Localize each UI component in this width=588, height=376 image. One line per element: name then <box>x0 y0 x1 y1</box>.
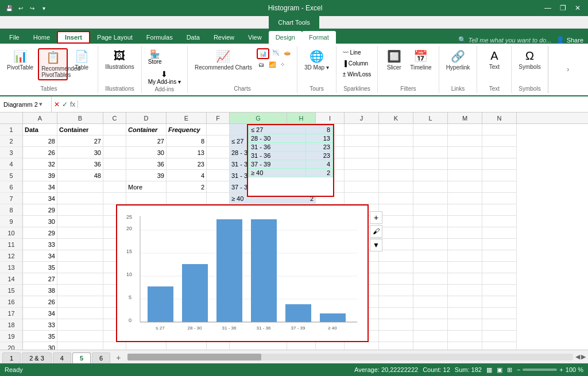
histogram-chart[interactable]: 0 5 10 15 20 25 <box>116 204 369 342</box>
cell-h7t[interactable]: 2 <box>306 169 333 177</box>
tab-pagelayout[interactable]: Page Layout <box>90 31 140 44</box>
cell-e6[interactable]: 2 <box>167 181 207 193</box>
ribbon-scroll-right[interactable]: › <box>548 46 588 93</box>
pivottable-button[interactable]: 📊 PivotTable <box>5 48 36 72</box>
sparkline-column-button[interactable]: ▐ Column <box>341 59 370 68</box>
row-num-14[interactable]: 14 <box>0 273 22 285</box>
tab-format[interactable]: Format <box>302 31 336 44</box>
cell-g6t[interactable]: 37 - 39 <box>249 160 306 169</box>
cell-a3[interactable]: 26 <box>23 147 57 158</box>
row-num-10[interactable]: 10 <box>0 227 22 239</box>
zoom-slider[interactable] <box>523 369 557 371</box>
row-num-5[interactable]: 5 <box>0 170 22 181</box>
cell-k1[interactable] <box>379 124 413 135</box>
col-header-b[interactable]: B <box>57 113 103 123</box>
col-header-n[interactable]: N <box>482 113 517 123</box>
cell-m2[interactable] <box>448 135 482 147</box>
row-num-11[interactable]: 11 <box>0 239 22 250</box>
col-header-f[interactable]: F <box>207 113 230 123</box>
undo-icon[interactable]: ↩ <box>16 3 25 13</box>
scrollbar-thumb[interactable] <box>127 354 261 361</box>
horizontal-scrollbar[interactable] <box>127 354 573 361</box>
cell-b4[interactable]: 36 <box>57 158 103 170</box>
cell-d6[interactable]: More <box>126 181 167 193</box>
tab-design[interactable]: Design <box>269 31 302 44</box>
zoom-in-button[interactable]: + <box>559 366 563 373</box>
sparkline-winloss-button[interactable]: ± Win/Loss <box>341 70 373 79</box>
cell-n1[interactable] <box>482 124 517 135</box>
cell-g4t[interactable]: 31 - 36 <box>249 143 306 152</box>
store-button[interactable]: 🏪 Store <box>146 48 164 66</box>
scatter-chart-button[interactable]: ⁘ <box>278 60 287 69</box>
cell-a2[interactable]: 28 <box>23 135 57 147</box>
line-chart-button[interactable]: 📉 <box>270 48 281 59</box>
table-button[interactable]: 📄 Table <box>70 48 93 72</box>
col-header-j[interactable]: J <box>345 113 379 123</box>
row-num-13[interactable]: 13 <box>0 262 22 273</box>
cell-a7[interactable]: 34 <box>23 193 57 204</box>
tab-file[interactable]: File <box>2 31 26 44</box>
cell-k2[interactable] <box>379 135 413 147</box>
col-header-c[interactable]: C <box>103 113 126 123</box>
symbols-button[interactable]: Ω Symbols <box>516 48 543 71</box>
tell-me-box[interactable]: Tell me what you want to do... <box>469 37 552 44</box>
cell-h6t[interactable]: 4 <box>306 160 333 169</box>
recommended-pivottables-button[interactable]: 📋 Recommended PivotTables <box>38 48 68 80</box>
text-button[interactable]: A Text <box>483 48 506 71</box>
timeline-button[interactable]: 📅 Timeline <box>408 48 434 72</box>
scroll-right-icon[interactable]: ▶ <box>581 353 586 361</box>
col-header-a[interactable]: A <box>23 113 57 123</box>
cell-j1[interactable] <box>345 124 379 135</box>
cell-b2[interactable]: 27 <box>57 135 103 147</box>
tab-data[interactable]: Data <box>180 31 207 44</box>
sheet-tab-1[interactable]: 1 <box>2 352 21 363</box>
row-num-17[interactable]: 17 <box>0 308 22 319</box>
col-header-d[interactable]: D <box>126 113 167 123</box>
col-header-e[interactable]: E <box>167 113 207 123</box>
col-header-k[interactable]: K <box>379 113 413 123</box>
chart-styles-button[interactable]: 🖌 <box>370 225 382 238</box>
insert-function-icon[interactable]: fx <box>70 100 75 108</box>
cell-c1[interactable] <box>103 124 126 135</box>
cell-e4[interactable]: 23 <box>167 158 207 170</box>
minimize-button[interactable]: — <box>542 2 554 14</box>
cell-a4[interactable]: 32 <box>23 158 57 170</box>
cell-d2[interactable]: 27 <box>126 135 167 147</box>
sparkline-line-button[interactable]: 〰 Line <box>341 48 363 57</box>
cell-f2[interactable] <box>207 135 230 147</box>
cell-g3t[interactable]: 28 - 30 <box>249 134 306 143</box>
cancel-formula-icon[interactable]: ✕ <box>54 100 60 108</box>
row-num-12[interactable]: 12 <box>0 250 22 262</box>
sheet-tab-6[interactable]: 6 <box>92 352 110 363</box>
cell-g2t[interactable]: ≤ 27 <box>249 126 306 134</box>
3dmap-button[interactable]: 🌐 3D Map ▾ <box>302 48 331 72</box>
cell-h2t[interactable]: 8 <box>306 126 333 134</box>
cell-m1[interactable] <box>448 124 482 135</box>
cell-h4t[interactable]: 23 <box>306 143 333 152</box>
statistical-chart-button[interactable]: 📶 <box>267 60 277 69</box>
zoom-out-button[interactable]: − <box>517 366 520 373</box>
cell-c2[interactable] <box>103 135 126 147</box>
tab-formulas[interactable]: Formulas <box>140 31 180 44</box>
tab-review[interactable]: Review <box>207 31 241 44</box>
cell-a6[interactable]: 34 <box>23 181 57 193</box>
cell-h5t[interactable]: 23 <box>306 152 333 160</box>
tab-home[interactable]: Home <box>26 31 57 44</box>
row-num-15[interactable]: 15 <box>0 285 22 296</box>
view-page-break-icon[interactable]: ⊞ <box>507 366 512 374</box>
cell-d3[interactable]: 30 <box>126 147 167 158</box>
view-normal-icon[interactable]: ▦ <box>486 366 492 374</box>
cell-b1[interactable]: Container <box>57 124 103 135</box>
row-num-9[interactable]: 9 <box>0 216 22 227</box>
sheet-tab-4[interactable]: 4 <box>53 352 71 363</box>
cell-h3t[interactable]: 13 <box>306 134 333 143</box>
cell-f1[interactable] <box>207 124 230 135</box>
cell-g7t[interactable]: ≥ 40 <box>249 169 306 177</box>
col-header-i[interactable]: I <box>316 113 345 123</box>
slicer-button[interactable]: 🔲 Slicer <box>382 48 405 72</box>
cell-e3[interactable]: 13 <box>167 147 207 158</box>
cell-l2[interactable] <box>413 135 448 147</box>
tab-view[interactable]: View <box>241 31 269 44</box>
redo-icon[interactable]: ↪ <box>28 3 37 13</box>
cell-n2[interactable] <box>482 135 517 147</box>
